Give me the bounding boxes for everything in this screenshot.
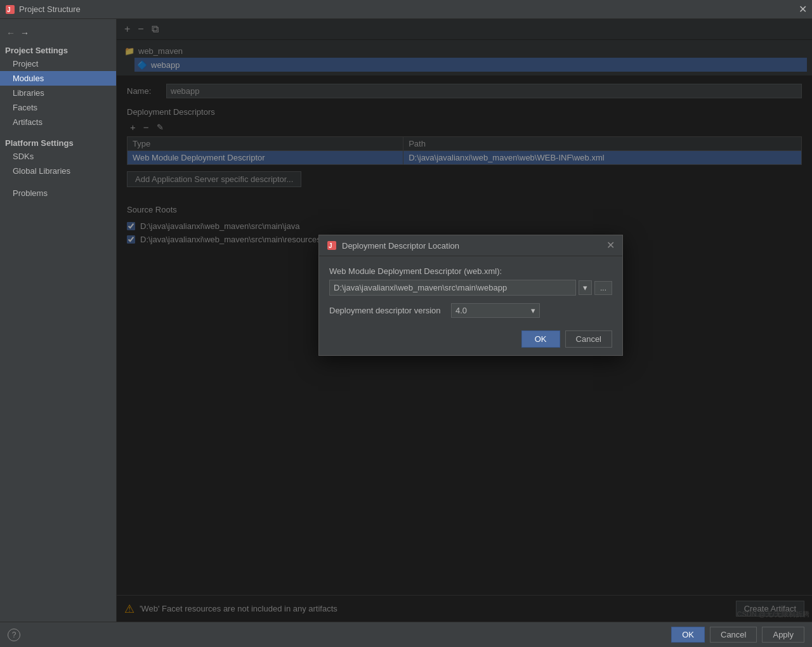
sidebar-nav-row: ← →: [0, 24, 116, 42]
dialog-overlay: J Deployment Descriptor Location ✕ Web M…: [117, 19, 812, 622]
main-layout: ← → Project Settings Project Modules Lib…: [0, 19, 812, 622]
dialog-input-row: ▾ ...: [329, 280, 612, 296]
svg-text:J: J: [7, 6, 11, 13]
dialog-version-value: 4.0: [455, 306, 467, 315]
nav-back-button[interactable]: ←: [5, 27, 16, 39]
dialog-close-button[interactable]: ✕: [606, 240, 615, 251]
dialog-path-input[interactable]: [329, 280, 576, 296]
nav-forward-button[interactable]: →: [19, 27, 30, 39]
svg-text:J: J: [329, 242, 332, 249]
cancel-button[interactable]: Cancel: [710, 627, 757, 643]
dialog-ok-button[interactable]: OK: [521, 330, 560, 348]
content-area: + − ⧉ 📁 web_maven 🔷 webapp Name: Deploym…: [117, 19, 812, 622]
sidebar-item-project[interactable]: Project: [0, 56, 116, 71]
dialog: J Deployment Descriptor Location ✕ Web M…: [318, 235, 623, 356]
bottom-bar: ? OK Cancel Apply: [0, 622, 812, 647]
sidebar-item-modules[interactable]: Modules: [0, 71, 116, 86]
dialog-cancel-button[interactable]: Cancel: [565, 330, 612, 348]
dialog-field-label: Web Module Deployment Descriptor (web.xm…: [329, 266, 612, 276]
title-bar: J Project Structure ✕: [0, 0, 812, 19]
ok-button[interactable]: OK: [671, 627, 705, 643]
sidebar-item-sdks[interactable]: SDKs: [0, 149, 116, 164]
window-close-button[interactable]: ✕: [799, 4, 807, 15]
bottom-right-buttons: OK Cancel Apply: [671, 627, 804, 643]
dialog-dropdown-button[interactable]: ▾: [579, 280, 592, 295]
sidebar-item-global-libraries[interactable]: Global Libraries: [0, 164, 116, 178]
dialog-browse-button[interactable]: ...: [594, 281, 612, 295]
sidebar-item-facets[interactable]: Facets: [0, 100, 116, 115]
sidebar: ← → Project Settings Project Modules Lib…: [0, 19, 117, 622]
dialog-version-arrow: ▾: [531, 306, 535, 315]
dialog-title-text: Deployment Descriptor Location: [342, 241, 459, 251]
platform-settings-header: Platform Settings: [0, 134, 116, 149]
sidebar-item-libraries[interactable]: Libraries: [0, 86, 116, 100]
help-button[interactable]: ?: [8, 629, 20, 641]
apply-button[interactable]: Apply: [762, 627, 804, 643]
dialog-version-label: Deployment descriptor version: [329, 306, 443, 315]
project-settings-header: Project Settings: [0, 42, 116, 56]
dialog-version-select[interactable]: 4.0 ▾: [451, 303, 540, 318]
dialog-title-bar: J Deployment Descriptor Location ✕: [319, 235, 622, 256]
window-title: Project Structure: [19, 4, 81, 14]
sidebar-item-artifacts[interactable]: Artifacts: [0, 115, 116, 129]
dialog-logo-icon: J: [327, 240, 337, 251]
dialog-version-row: Deployment descriptor version 4.0 ▾: [329, 303, 612, 318]
dialog-title-left: J Deployment Descriptor Location: [327, 240, 459, 251]
dialog-buttons: OK Cancel: [329, 328, 612, 348]
app-logo-icon: J: [5, 4, 15, 15]
dialog-body: Web Module Deployment Descriptor (web.xm…: [319, 256, 622, 355]
sidebar-item-problems[interactable]: Problems: [0, 186, 116, 200]
